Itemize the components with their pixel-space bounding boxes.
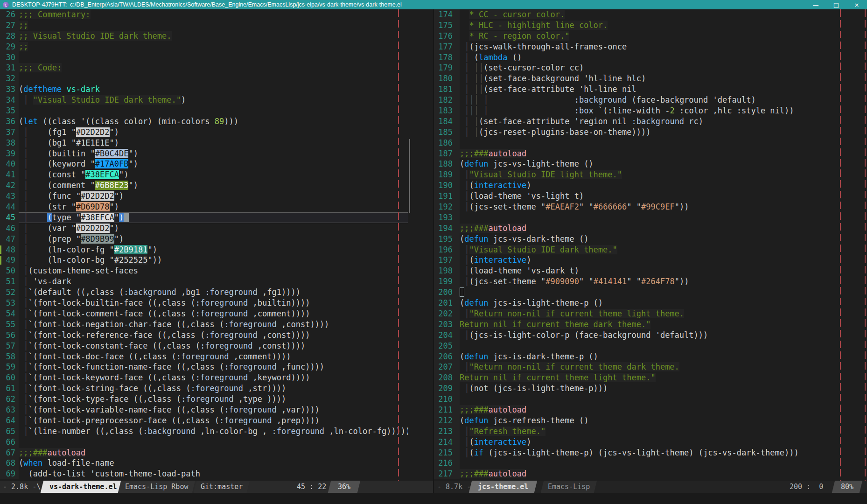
- code-text[interactable]: [460, 458, 867, 469]
- code-line[interactable]: 207 │"Return non-nil if current theme da…: [434, 362, 867, 372]
- code-text[interactable]: Return nil if current theme light theme.…: [460, 372, 867, 383]
- code-line[interactable]: 201(defun jcs-is-light-theme-p (): [434, 298, 867, 308]
- code-text[interactable]: [460, 394, 867, 405]
- code-line[interactable]: 174 * CC - cursor color.: [434, 9, 867, 20]
- code-text[interactable]: │`(font-lock-function-name-face ((,class…: [19, 362, 408, 372]
- code-text[interactable]: [19, 73, 408, 84]
- code-text[interactable]: ;;;###autoload: [460, 405, 867, 415]
- code-line[interactable]: 193: [434, 212, 867, 223]
- code-text[interactable]: │ (bg1 "#1E1E1E"): [19, 138, 408, 148]
- code-line[interactable]: 35: [0, 105, 408, 116]
- code-line[interactable]: 179 │ ││(set-cursor-color cc): [434, 63, 867, 73]
- code-text[interactable]: [19, 52, 408, 63]
- code-line[interactable]: 28;; Visual Studio IDE dark theme.: [0, 31, 408, 42]
- code-text[interactable]: │ (const "#38EFCA"): [19, 169, 408, 180]
- code-text[interactable]: │ │(jcs-reset-plugins-base-on-theme)))): [460, 127, 867, 138]
- code-text[interactable]: │ ││(set-face-attribute 'hl-line nil: [460, 84, 867, 95]
- code-text[interactable]: │`(font-lock-builtin-face ((,class (:for…: [19, 298, 408, 308]
- code-line[interactable]: 176 * RC - region color.": [434, 31, 867, 42]
- code-line[interactable]: 59 │`(font-lock-function-name-face ((,cl…: [0, 362, 408, 372]
- code-line[interactable]: 203Return nil if current theme dark them…: [434, 319, 867, 330]
- editor-pane-right[interactable]: 174 * CC - cursor color.175 * HLC - high…: [434, 9, 867, 481]
- code-text[interactable]: │ │(set-face-attribute 'region nil :back…: [460, 116, 867, 127]
- code-text[interactable]: │ (fg1 "#D2D2D2"): [19, 127, 408, 138]
- code-line[interactable]: 55 │`(font-lock-negation-char-face ((,cl…: [0, 319, 408, 330]
- code-text[interactable]: │`(default ((,class (:background ,bg1 :f…: [19, 287, 408, 298]
- code-line[interactable]: 45 │ (type "#38EFCA"): [0, 212, 408, 223]
- code-line[interactable]: 185 │ │(jcs-reset-plugins-base-on-theme)…: [434, 127, 867, 138]
- code-line[interactable]: 182 │││ │ :background (face-background '…: [434, 95, 867, 105]
- code-text[interactable]: │(if (jcs-is-light-theme-p) (jcs-vs-ligh…: [460, 448, 867, 458]
- code-text[interactable]: ;;;###autoload: [460, 469, 867, 479]
- code-text[interactable]: │(jcs-is-light-color-p (face-background …: [460, 330, 867, 341]
- code-line[interactable]: 26;;; Commentary:: [0, 9, 408, 20]
- code-line[interactable]: 191 │(load-theme 'vs-light t): [434, 191, 867, 202]
- code-text[interactable]: [460, 341, 867, 351]
- code-line[interactable]: 202 │"Return non-nil if current theme li…: [434, 308, 867, 319]
- left-pane-scrollbar-area[interactable]: [408, 9, 434, 481]
- code-text[interactable]: │`(font-lock-string-face ((,class (:fore…: [19, 383, 408, 394]
- code-text[interactable]: │ (ln-color-fg "#2B9181"): [19, 245, 408, 255]
- code-line[interactable]: 177 │(jcs-walk-through-all-frames-once: [434, 42, 867, 52]
- code-line[interactable]: 178 │ (lambda (): [434, 52, 867, 63]
- code-line[interactable]: 44 │ (str "#D69D78"): [0, 202, 408, 212]
- code-text[interactable]: │`(font-lock-comment-face ((,class (:for…: [19, 308, 408, 319]
- code-line[interactable]: 206(defun jcs-is-dark-theme-p (): [434, 351, 867, 362]
- code-text[interactable]: (defun jcs-vs-dark-theme (): [460, 234, 867, 245]
- code-text[interactable]: (add-to-list 'custom-theme-load-path: [19, 469, 408, 479]
- code-line[interactable]: 67;;;###autoload: [0, 448, 408, 458]
- code-text[interactable]: [460, 212, 867, 223]
- code-line[interactable]: 39 │ (builtin "#B0C4DE"): [0, 148, 408, 159]
- code-text[interactable]: │"Return non-nil if current theme dark t…: [460, 362, 867, 372]
- code-line[interactable]: 43 │ (func "#D2D2D2"): [0, 191, 408, 202]
- git-branch-chip[interactable]: Git:master: [194, 481, 250, 493]
- code-line[interactable]: 215 │(if (jcs-is-light-theme-p) (jcs-vs-…: [434, 448, 867, 458]
- code-text[interactable]: (defun jcs-refresh-theme (): [460, 415, 867, 426]
- major-mode-chip[interactable]: Emacs-Lisp: [541, 481, 597, 493]
- code-line[interactable]: 29;;: [0, 42, 408, 52]
- code-line[interactable]: 38 │ (bg1 "#1E1E1E"): [0, 138, 408, 148]
- code-text[interactable]: * CC - cursor color.: [460, 9, 867, 20]
- code-text[interactable]: │(jcs-set-theme "#EAEAF2" "#666666" "#99…: [460, 202, 867, 212]
- code-line[interactable]: 31;;; Code:: [0, 63, 408, 73]
- editor-pane-left[interactable]: 26;;; Commentary:27;;28;; Visual Studio …: [0, 9, 408, 481]
- code-text[interactable]: │"Return non-nil if current theme light …: [460, 308, 867, 319]
- code-text[interactable]: Return nil if current theme dark theme.": [460, 319, 867, 330]
- code-line[interactable]: 27;;: [0, 20, 408, 31]
- code-line[interactable]: 204 │(jcs-is-light-color-p (face-backgro…: [434, 330, 867, 341]
- code-text[interactable]: (deftheme vs-dark: [19, 84, 408, 95]
- code-line[interactable]: 62 │`(font-lock-type-face ((,class (:for…: [0, 394, 408, 405]
- code-text[interactable]: │(interactive): [460, 437, 867, 448]
- code-text[interactable]: │(jcs-walk-through-all-frames-once: [460, 42, 867, 52]
- code-line[interactable]: 30: [0, 52, 408, 63]
- code-line[interactable]: 187;;;###autoload: [434, 148, 867, 159]
- code-text[interactable]: ;;; Code:: [19, 63, 408, 73]
- code-text[interactable]: [19, 437, 408, 448]
- code-text[interactable]: ;;;###autoload: [460, 148, 867, 159]
- maximize-button[interactable]: □: [826, 0, 846, 9]
- code-line[interactable]: 32: [0, 73, 408, 84]
- code-line[interactable]: 186: [434, 138, 867, 148]
- code-text[interactable]: ;;;###autoload: [460, 223, 867, 234]
- code-line[interactable]: 214 │(interactive): [434, 437, 867, 448]
- code-text[interactable]: ;;: [19, 20, 408, 31]
- code-text[interactable]: │(custom-theme-set-faces: [19, 266, 408, 276]
- code-line[interactable]: 48 │ (ln-color-fg "#2B9181"): [0, 245, 408, 255]
- code-text[interactable]: │"Visual Studio IDE light theme.": [460, 169, 867, 180]
- code-text[interactable]: [460, 138, 867, 148]
- buffer-name-chip[interactable]: jcs-theme.el: [469, 481, 538, 493]
- code-text[interactable]: │ (var "#D2D2D2"): [19, 223, 408, 234]
- code-line[interactable]: 211;;;###autoload: [434, 405, 867, 415]
- code-text[interactable]: │(interactive): [460, 180, 867, 191]
- code-text[interactable]: (defun jcs-is-dark-theme-p (): [460, 351, 867, 362]
- code-text[interactable]: │"Visual Studio IDE dark theme.": [460, 245, 867, 255]
- code-line[interactable]: 57 │`(font-lock-constant-face ((,class (…: [0, 341, 408, 351]
- code-text[interactable]: │`(font-lock-doc-face ((,class (:foregro…: [19, 351, 408, 362]
- code-text[interactable]: │(not (jcs-is-light-theme-p))): [460, 383, 867, 394]
- code-text[interactable]: │(load-theme 'vs-dark t): [460, 266, 867, 276]
- minibuffer-echo-area[interactable]: [0, 493, 867, 504]
- code-line[interactable]: 37 │ (fg1 "#D2D2D2"): [0, 127, 408, 138]
- code-line[interactable]: 65 │`(line-number ((,class (:background …: [0, 426, 408, 437]
- code-line[interactable]: 53 │`(font-lock-builtin-face ((,class (:…: [0, 298, 408, 308]
- code-text[interactable]: │(interactive): [460, 255, 867, 266]
